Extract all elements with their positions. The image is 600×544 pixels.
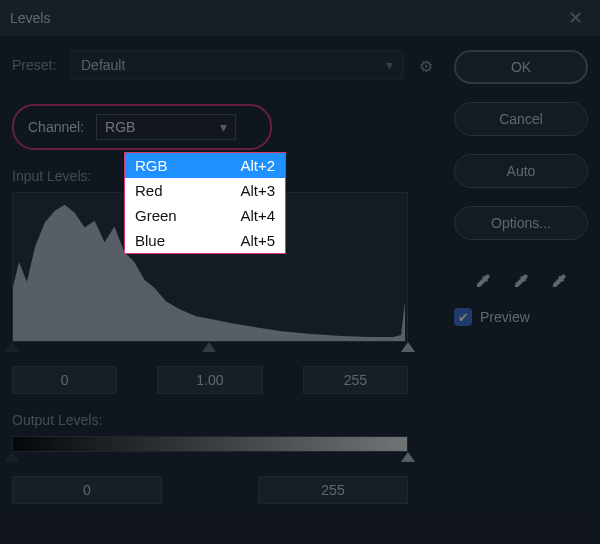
option-label: RGB (135, 157, 168, 174)
option-shortcut: Alt+5 (240, 232, 275, 249)
option-shortcut: Alt+3 (240, 182, 275, 199)
channel-option-blue[interactable]: Blue Alt+5 (125, 228, 285, 253)
channel-option-red[interactable]: Red Alt+3 (125, 178, 285, 203)
channel-dropdown: RGB Alt+2 Red Alt+3 Green Alt+4 Blue Alt… (124, 152, 286, 254)
option-label: Red (135, 182, 163, 199)
option-shortcut: Alt+2 (240, 157, 275, 174)
option-label: Green (135, 207, 177, 224)
inactive-overlay (0, 0, 600, 544)
channel-option-green[interactable]: Green Alt+4 (125, 203, 285, 228)
option-label: Blue (135, 232, 165, 249)
option-shortcut: Alt+4 (240, 207, 275, 224)
channel-option-rgb[interactable]: RGB Alt+2 (125, 153, 285, 178)
